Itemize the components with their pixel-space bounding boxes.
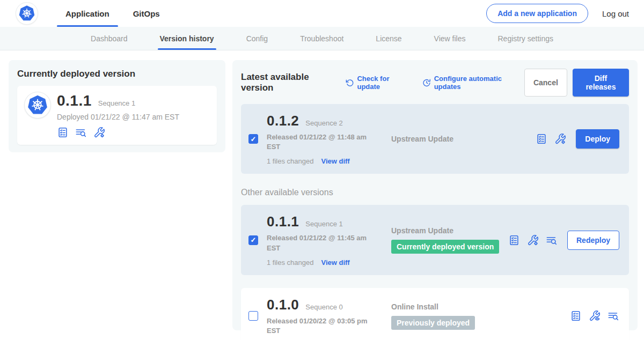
tab-application-label: Application: [65, 9, 109, 18]
version-card-0-1-1: 0.1.1 Sequence 1 Released 01/21/22 @ 11:…: [241, 205, 629, 275]
version-checkbox[interactable]: [248, 311, 258, 321]
version-card-0-1-0: 0.1.0 Sequence 0 Released 01/20/22 @ 03:…: [241, 288, 629, 340]
deployed-sequence-label: Sequence 1: [98, 99, 135, 107]
edit-config-icon[interactable]: [527, 234, 539, 246]
preflight-checks-icon[interactable]: [570, 310, 582, 322]
subnav-view-files[interactable]: View files: [434, 27, 466, 50]
check-for-update-label: Check for update: [357, 75, 410, 91]
cancel-button[interactable]: Cancel: [524, 69, 567, 97]
app-sub-nav: Dashboard Version history Config Trouble…: [0, 27, 644, 50]
deployed-panel-title: Currently deployed version: [17, 69, 217, 79]
sequence-label: Sequence 0: [305, 303, 342, 311]
view-config-icon[interactable]: [589, 310, 601, 322]
deployed-timestamp: Deployed 01/21/22 @ 11:47 am EST: [57, 113, 179, 121]
version-number: 0.1.1: [267, 213, 299, 230]
subnav-license-label: License: [376, 34, 401, 43]
subnav-registry-settings-label: Registry settings: [498, 34, 553, 43]
preflight-checks-icon[interactable]: [508, 234, 520, 246]
other-available-versions-title: Other available versions: [241, 188, 629, 197]
released-timestamp: Released 01/21/22 @ 11:48 am EST: [267, 132, 371, 152]
logout-link[interactable]: Log out: [602, 9, 629, 18]
subnav-troubleshoot-label: Troubleshoot: [300, 34, 343, 43]
main-content: Currently deployed version 0: [0, 50, 644, 339]
subnav-registry-settings[interactable]: Registry settings: [498, 27, 553, 50]
version-card-0-1-2: 0.1.2 Sequence 2 Released 01/21/22 @ 11:…: [241, 104, 629, 174]
kubernetes-app-icon: [25, 92, 50, 118]
previously-deployed-badge: Previously deployed: [391, 316, 475, 330]
redeploy-button[interactable]: Redeploy: [567, 231, 619, 250]
tab-application[interactable]: Application: [54, 0, 121, 27]
subnav-license[interactable]: License: [376, 27, 401, 50]
app-tabs: Application GitOps: [54, 0, 172, 27]
view-diff-link[interactable]: View diff: [321, 258, 349, 267]
version-number: 0.1.0: [267, 297, 299, 313]
sequence-label: Sequence 1: [305, 220, 342, 228]
edit-config-icon[interactable]: [93, 127, 105, 138]
files-changed-label: 1 files changed: [267, 258, 313, 267]
currently-deployed-badge: Currently deployed version: [391, 240, 499, 254]
top-nav: Application GitOps Add a new application…: [0, 0, 644, 27]
version-checkbox[interactable]: [248, 235, 258, 245]
view-logs-icon[interactable]: [608, 310, 619, 322]
check-for-update-link[interactable]: Check for update: [346, 75, 411, 91]
available-versions-panel: Latest available version Check for updat…: [232, 60, 638, 330]
diff-releases-button[interactable]: Diff releases: [573, 69, 629, 97]
released-timestamp: Released 01/21/22 @ 11:45 am EST: [267, 233, 371, 253]
preflight-checks-icon[interactable]: [57, 127, 69, 138]
currently-deployed-panel: Currently deployed version 0: [9, 60, 225, 152]
preflight-checks-icon[interactable]: [536, 133, 547, 145]
add-application-button[interactable]: Add a new application: [486, 4, 588, 23]
version-source-label: Online Install: [391, 302, 570, 311]
tab-gitops[interactable]: GitOps: [121, 0, 172, 27]
sequence-label: Sequence 2: [305, 119, 342, 127]
configure-automatic-updates-label: Configure automatic updates: [434, 75, 524, 91]
available-panel-title: Latest available version: [241, 72, 338, 93]
version-source-label: Upstream Update: [391, 135, 536, 143]
subnav-dashboard[interactable]: Dashboard: [91, 27, 128, 50]
view-diff-link[interactable]: View diff: [321, 157, 349, 165]
schedule-update-icon: [422, 78, 431, 87]
version-checkbox[interactable]: [248, 134, 258, 144]
subnav-troubleshoot[interactable]: Troubleshoot: [300, 27, 343, 50]
version-number: 0.1.2: [267, 113, 299, 129]
refresh-icon: [346, 78, 354, 87]
subnav-version-history-label: Version history: [160, 34, 214, 43]
files-changed-label: 1 files changed: [267, 157, 313, 165]
subnav-config-label: Config: [246, 34, 268, 43]
subnav-view-files-label: View files: [434, 34, 466, 43]
subnav-version-history[interactable]: Version history: [160, 27, 214, 50]
edit-config-icon[interactable]: [554, 133, 566, 145]
deploy-button[interactable]: Deploy: [576, 129, 619, 149]
view-logs-icon[interactable]: [546, 234, 558, 246]
configure-automatic-updates-link[interactable]: Configure automatic updates: [422, 75, 524, 91]
tab-gitops-label: GitOps: [133, 9, 160, 18]
subnav-dashboard-label: Dashboard: [91, 34, 128, 43]
version-source-label: Upstream Update: [391, 226, 508, 235]
view-logs-icon[interactable]: [75, 127, 87, 138]
released-timestamp: Released 01/20/22 @ 03:05 pm EST: [267, 316, 371, 336]
subnav-config[interactable]: Config: [246, 27, 268, 50]
kubernetes-logo: [16, 3, 38, 24]
deployed-version-card: 0.1.1 Sequence 1 Deployed 01/21/22 @ 11:…: [17, 86, 217, 145]
deployed-version-number: 0.1.1: [57, 92, 92, 109]
